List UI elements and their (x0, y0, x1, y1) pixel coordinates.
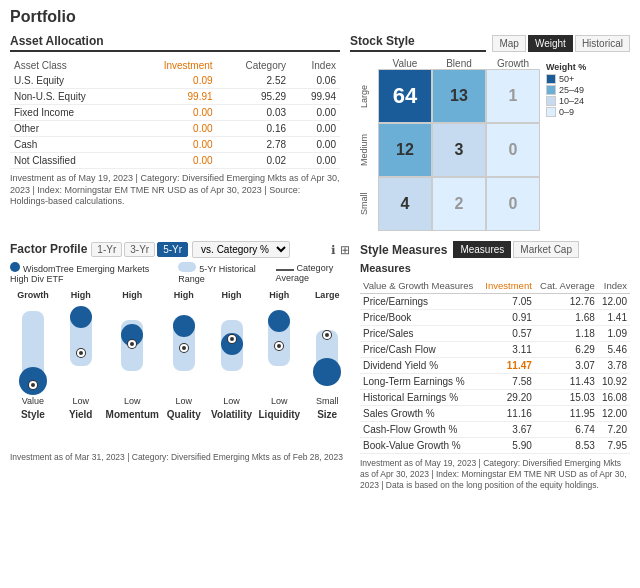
sm-cell-investment: 7.58 (480, 374, 534, 390)
fp-col-bottom-label: Low (72, 396, 89, 406)
sm-cell-cat: 1.68 (535, 310, 598, 326)
aa-cell-index: 0.06 (290, 73, 340, 89)
tab-historical[interactable]: Historical (575, 35, 630, 52)
fp-category-avg-dot (323, 331, 331, 339)
sm-cell-cat: 1.18 (535, 326, 598, 342)
ss-legend-item: 50+ (546, 74, 586, 84)
sm-cell-cat: 12.76 (535, 294, 598, 310)
col-header-value: Value (378, 58, 432, 69)
sm-table-row: Price/Sales 0.57 1.18 1.09 (360, 326, 630, 342)
sm-footnote: Investment as of May 19, 2023 | Category… (360, 458, 630, 491)
fp-col-bottom-label: Low (124, 396, 141, 406)
sm-cell-index: 5.46 (598, 342, 630, 358)
style-measures-section: Style Measures Measures Market Cap Measu… (360, 241, 630, 491)
top-row: Asset Allocation Asset Class Investment … (10, 34, 630, 231)
tab-measures[interactable]: Measures (453, 241, 511, 258)
stock-style-title: Stock Style (350, 34, 486, 52)
ss-cell: 13 (432, 69, 486, 123)
fp-col-top-label: High (122, 290, 142, 300)
fp-vs-select[interactable]: vs. Category % (192, 241, 290, 258)
stock-style-section: Stock Style Map Weight Historical Value … (350, 34, 630, 231)
aa-cell-category: 2.78 (217, 137, 290, 153)
portfolio-page: Portfolio Asset Allocation Asset Class I… (0, 0, 640, 499)
sm-cell-label: Price/Cash Flow (360, 342, 480, 358)
sm-cell-label: Book-Value Growth % (360, 438, 480, 454)
fp-col-inner (161, 302, 207, 394)
legend-box-icon (546, 107, 556, 117)
legend-box-icon (546, 85, 556, 95)
fp-header: Factor Profile 1-Yr 3-Yr 5-Yr vs. Catego… (10, 241, 350, 258)
sm-cell-index: 1.09 (598, 326, 630, 342)
sm-cell-cat: 6.29 (535, 342, 598, 358)
ss-header: Stock Style Map Weight Historical (350, 34, 630, 52)
aa-table-row: Non-U.S. Equity 99.91 95.29 99.94 (10, 89, 340, 105)
fp-col-header: Liquidity (259, 409, 301, 420)
fp-range-icon (178, 262, 196, 272)
sm-table-row: Sales Growth % 11.16 11.95 12.00 (360, 406, 630, 422)
tab-1yr[interactable]: 1-Yr (91, 242, 122, 257)
fp-category-avg-dot (180, 344, 188, 352)
aa-footnote: Investment as of May 19, 2023 | Category… (10, 173, 340, 208)
aa-cell-investment: 0.00 (131, 105, 217, 121)
aa-cell-label: U.S. Equity (10, 73, 131, 89)
aa-cell-investment: 0.00 (131, 121, 217, 137)
fp-fund-dot (313, 358, 341, 386)
sm-col-header-cat: Cat. Average (535, 278, 598, 294)
fp-column: LargeSmallSize (304, 290, 350, 420)
sm-col-header-measure: Value & Growth Measures (360, 278, 480, 294)
tab-map[interactable]: Map (492, 35, 525, 52)
ss-grid-rows: Large64131Medium1230Small420 (350, 69, 540, 231)
sm-cell-label: Sales Growth % (360, 406, 480, 422)
fp-category-avg-dot (128, 340, 136, 348)
col-header-growth: Growth (486, 58, 540, 69)
aa-cell-investment: 0.00 (131, 137, 217, 153)
fp-dot-icon (10, 262, 20, 272)
sm-cell-cat: 6.74 (535, 422, 598, 438)
sm-cell-label: Price/Sales (360, 326, 480, 342)
ss-cell: 0 (486, 177, 540, 231)
tab-3yr[interactable]: 3-Yr (124, 242, 155, 257)
fp-col-top-label: High (71, 290, 91, 300)
tab-5yr[interactable]: 5-Yr (157, 242, 188, 257)
grid-icon[interactable]: ⊞ (340, 243, 350, 257)
fp-legend-item-dot: WisdomTree Emerging Markets High Div ETF (10, 262, 166, 284)
sm-cell-investment: 3.67 (480, 422, 534, 438)
ss-cell: 3 (432, 123, 486, 177)
fp-col-top-label: High (222, 290, 242, 300)
ss-legend-item: 0–9 (546, 107, 586, 117)
fp-fund-dot (70, 306, 92, 328)
sm-cell-label: Dividend Yield % (360, 358, 480, 374)
fp-col-bottom-label: Low (271, 396, 288, 406)
asset-allocation-title: Asset Allocation (10, 34, 340, 52)
sm-table-row: Historical Earnings % 29.20 15.03 16.08 (360, 390, 630, 406)
aa-cell-label: Other (10, 121, 131, 137)
ss-cell: 4 (378, 177, 432, 231)
asset-allocation-section: Asset Allocation Asset Class Investment … (10, 34, 340, 231)
fp-col-top-label: High (269, 290, 289, 300)
sm-cell-investment: 11.47 (480, 358, 534, 374)
asset-allocation-table: Asset Class Investment Category Index U.… (10, 58, 340, 169)
fp-column: HighLowQuality (161, 290, 207, 420)
aa-col-header-category: Category (217, 58, 290, 73)
style-measures-title: Style Measures (360, 243, 447, 257)
factor-profile-title: Factor Profile (10, 242, 87, 258)
fp-col-bottom-label: Small (316, 396, 339, 406)
sm-table-row: Long-Term Earnings % 7.58 11.43 10.92 (360, 374, 630, 390)
fp-col-inner (209, 302, 255, 394)
sm-cell-label: Price/Earnings (360, 294, 480, 310)
fp-col-bottom-label: Low (176, 396, 193, 406)
fp-category-avg-dot (275, 342, 283, 350)
info-icon[interactable]: ℹ (331, 243, 336, 257)
aa-cell-investment: 0.00 (131, 153, 217, 169)
fp-legend-item-line: Category Average (276, 263, 350, 283)
tab-market-cap[interactable]: Market Cap (513, 241, 579, 258)
fp-category-avg-dot (29, 381, 37, 389)
aa-cell-index: 0.00 (290, 153, 340, 169)
fp-category-avg-dot (77, 349, 85, 357)
page-title: Portfolio (10, 8, 630, 26)
sm-cell-cat: 3.07 (535, 358, 598, 374)
sm-cell-investment: 11.16 (480, 406, 534, 422)
tab-weight[interactable]: Weight (528, 35, 573, 52)
sm-table-row: Price/Earnings 7.05 12.76 12.00 (360, 294, 630, 310)
fp-col-bottom-label: Low (223, 396, 240, 406)
